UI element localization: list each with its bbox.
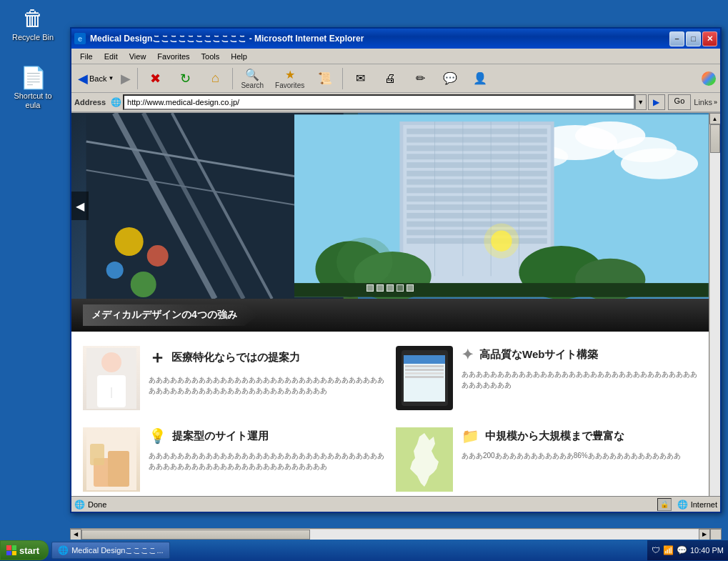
address-input[interactable]: http://www.medical-design.co.jp/ [123, 94, 635, 110]
recycle-bin-label: Recycle Bin [12, 33, 54, 42]
stop-button[interactable]: ✖ [141, 66, 169, 91]
tray-network-icon: 📶 [663, 545, 674, 555]
feature-title-text-2: 高品質なWebサイト構築 [479, 348, 598, 362]
system-tray: 🛡 📶 💬 10:40 PM [647, 540, 728, 560]
taskbar-ie-icon: 🌐 [58, 545, 69, 555]
home-button[interactable]: ⌂ [201, 66, 229, 91]
scrollbar-right: ▲ ▼ [709, 113, 720, 509]
scroll-corner [710, 529, 722, 540]
browser-content: ◀ メディカルデザインの4つの強み [71, 113, 720, 509]
hero-dot-4[interactable] [397, 284, 404, 292]
maximize-button[interactable]: □ [686, 31, 701, 46]
svg-rect-22 [407, 162, 547, 168]
menu-edit[interactable]: Edit [99, 51, 124, 62]
feature-icon-3: 💡 [149, 427, 166, 445]
discuss-button[interactable]: 💬 [436, 66, 464, 91]
refresh-button[interactable]: ↻ [171, 66, 199, 91]
go-button[interactable]: Go [668, 94, 692, 110]
menu-view[interactable]: View [124, 51, 152, 62]
scroll-left-button[interactable]: ◀ [70, 529, 81, 540]
edit-button[interactable]: ✏ [406, 66, 434, 91]
window-controls: – □ ✕ [669, 31, 717, 46]
feature-title-3: 💡 提案型のサイト運用 [149, 427, 384, 445]
msn-button[interactable]: 👤 [466, 66, 494, 91]
scrollbar-track[interactable] [710, 124, 720, 497]
svg-point-9 [131, 272, 156, 297]
menu-file[interactable]: File [74, 51, 99, 62]
feature-desc-2: ああああああああああああああああああああああああああああああああああああああああ [462, 369, 697, 390]
status-done: 🌐 Done [74, 500, 657, 510]
links-label: Links [694, 98, 712, 106]
mail-button[interactable]: ✉ [346, 66, 374, 91]
svg-rect-21 [407, 154, 547, 159]
taskbar-items: 🌐 Medical Designここここ... [49, 542, 647, 559]
feature-content-2: ✦ 高品質なWebサイト構築 あああああああああああああああああああああああああ… [462, 346, 697, 390]
clock-display: 10:40 PM [690, 546, 724, 555]
address-label: Address [74, 98, 106, 106]
search-button[interactable]: 🔍 Search [236, 66, 269, 91]
hero-dot-3[interactable] [387, 284, 394, 292]
horizontal-scroll-thumb[interactable] [81, 530, 310, 540]
feature-title-1: ＋ 医療特化ならではの提案力 [149, 346, 384, 369]
taskbar-ie-item[interactable]: 🌐 Medical Designここここ... [51, 542, 169, 559]
feature-title-4: 📁 中規模から大規模まで豊富な [462, 427, 697, 445]
ie-logo-icon: e [74, 33, 86, 44]
back-button[interactable]: ◀ Back ▼ [74, 66, 117, 91]
window-title: Medical Designこここここここここここ - Microsoft In… [90, 33, 669, 45]
feature-item-2: ✦ 高品質なWebサイト構築 あああああああああああああああああああああああああ… [390, 337, 703, 419]
svg-rect-50 [108, 451, 129, 487]
menu-tools[interactable]: Tools [196, 51, 226, 62]
address-dropdown[interactable]: ▼ [635, 94, 647, 110]
address-go-arrow[interactable]: ▶ [648, 94, 665, 110]
hero-dot-2[interactable] [377, 284, 384, 292]
hero-dot-1[interactable] [367, 284, 374, 292]
back-icon: ◀ [78, 71, 88, 86]
favorites-label: Favorites [275, 81, 304, 89]
menu-bar: File Edit View Favorites Tools Help [71, 49, 720, 64]
svg-rect-31 [407, 238, 547, 244]
windows-logo-icon [6, 545, 16, 555]
links-arrow[interactable]: » [714, 99, 717, 106]
horizontal-scrollbar: ◀ ▶ [70, 528, 722, 540]
svg-rect-30 [407, 229, 547, 235]
horizontal-scroll-track[interactable] [81, 530, 699, 540]
scrollbar-thumb[interactable] [710, 124, 720, 153]
svg-point-40 [336, 237, 393, 287]
status-security-icon: 🔒 [657, 498, 672, 511]
history-button[interactable]: 📜 [311, 66, 339, 91]
feature-desc-1: ああああああああああああああああああああああああああああああああああああああああ… [149, 374, 384, 396]
hands-svg [86, 430, 136, 490]
print-icon: 🖨 [384, 72, 396, 85]
hero-dot-5[interactable] [407, 284, 414, 292]
back-forward-group: ◀ Back ▼ ▶ [74, 66, 134, 91]
scrollbar-up-button[interactable]: ▲ [709, 113, 721, 124]
title-bar: e Medical Designこここここここここここ - Microsoft … [71, 29, 720, 49]
status-text: Done [88, 500, 106, 509]
feature-title-text-1: 医療特化ならではの提案力 [171, 351, 300, 364]
forward-button[interactable]: ▶ [117, 66, 134, 91]
minimize-button[interactable]: – [669, 31, 684, 46]
favorites-button[interactable]: ★ Favorites [270, 66, 309, 91]
svg-point-6 [115, 227, 144, 256]
status-bar: 🌐 Done 🔒 🌐 Internet [71, 496, 720, 512]
feature-desc-4: あああ200あああああああああああ86%あああああああああああああ [462, 450, 697, 461]
desktop-icon-eula[interactable]: 📄 Shortcut to eula [10, 64, 56, 110]
status-zone: 🌐 Internet [677, 500, 717, 510]
menu-favorites[interactable]: Favorites [151, 51, 195, 62]
close-button[interactable]: ✕ [702, 31, 717, 46]
desktop-icon-recycle-bin[interactable]: 🗑 Recycle Bin [10, 6, 56, 42]
start-label: start [19, 545, 39, 556]
start-button[interactable]: start [0, 540, 49, 560]
menu-help[interactable]: Help [225, 51, 253, 62]
print-button[interactable]: 🖨 [376, 66, 404, 91]
feature-image-map [396, 427, 453, 492]
feature-title-text-3: 提案型のサイト運用 [172, 430, 269, 443]
back-dropdown-arrow[interactable]: ▼ [108, 75, 114, 81]
hero-nav-left-button[interactable]: ◀ [71, 192, 89, 220]
feature-desc-3: ああああああああああああああああああああああああああああああああああああああああ… [149, 450, 384, 472]
feature-content-4: 📁 中規模から大規模まで豊富な あああ200あああああああああああ86%ああああ… [462, 427, 697, 461]
address-favicon: 🌐 [110, 96, 121, 108]
taskbar-ie-label: Medical Designここここ... [71, 545, 163, 556]
svg-rect-41 [294, 283, 709, 297]
scroll-right-button[interactable]: ▶ [699, 529, 710, 540]
